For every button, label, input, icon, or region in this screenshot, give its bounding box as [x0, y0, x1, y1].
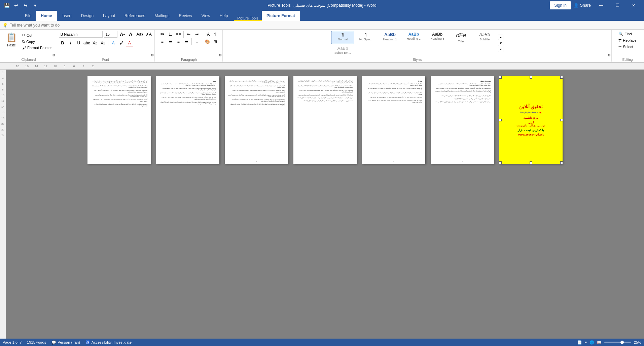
font-size-input[interactable] — [104, 31, 117, 38]
grow-font-button[interactable]: A+ — [119, 31, 126, 38]
clipboard-side-buttons: ✂ Cut ⧉ Copy 🖌 Format Painter — [20, 31, 54, 50]
redo-button[interactable]: ↪ — [22, 1, 30, 9]
page-7-ad[interactable]: تحقیق آنلاین Tahghighonline.ir ◄ مرجع دا… — [499, 76, 563, 164]
style-subtle-em-preview: AaBb — [337, 46, 348, 51]
style-heading1[interactable]: AaBb Heading 1 — [379, 31, 401, 44]
shrink-font-button[interactable]: A- — [128, 31, 135, 38]
tab-file[interactable]: File — [20, 11, 36, 21]
view-outline-icon[interactable]: ≡ — [585, 340, 587, 344]
format-painter-button[interactable]: 🖌 Format Painter — [20, 45, 54, 50]
align-left-button[interactable]: ≡ — [158, 38, 166, 45]
find-button[interactable]: 🔍 Find — [616, 31, 639, 37]
save-button[interactable]: 💾 — [3, 1, 11, 9]
style-subtle-em[interactable]: AaBb Subtle Em... — [331, 45, 354, 56]
show-marks-button[interactable]: ¶ — [212, 31, 219, 38]
tab-review[interactable]: Review — [174, 11, 196, 21]
view-print-icon[interactable]: 📄 — [577, 340, 582, 345]
tab-view[interactable]: View — [197, 11, 215, 21]
close-button[interactable]: ✕ — [626, 0, 641, 11]
style-scroll-down[interactable]: ▼ — [498, 41, 503, 46]
view-web-icon[interactable]: 🌐 — [589, 340, 594, 345]
minimize-button[interactable]: ― — [594, 0, 609, 11]
tab-references[interactable]: References — [120, 11, 150, 21]
underline-button[interactable]: U — [75, 40, 82, 46]
style-heading2[interactable]: AaBb Heading 2 — [402, 31, 425, 44]
page-2[interactable]: مقدمه در این فصل به بررسی انواع سوخت های… — [156, 76, 219, 164]
tab-help[interactable]: Help — [215, 11, 233, 21]
status-accessibility[interactable]: ♿ Accessibility: Investigate — [85, 340, 132, 345]
zoom-slider[interactable] — [604, 342, 631, 343]
style-title[interactable]: dEe Title — [450, 31, 472, 44]
paste-button[interactable]: 📋 Paste — [3, 31, 20, 48]
replace-button[interactable]: ⇄ Replace — [616, 37, 639, 43]
page-5[interactable]: منابع گاز ذخایر گاز طبیعی جهان عمدتاً در… — [362, 76, 425, 164]
align-center-button[interactable]: ☰ — [167, 38, 174, 45]
vertical-ruler: 2 4 6 8 10 12 14 16 18 20 22 24 — [0, 70, 6, 339]
tell-me-input[interactable] — [10, 23, 111, 28]
style-scroll-up[interactable]: ▲ — [498, 35, 503, 40]
cut-button[interactable]: ✂ Cut — [20, 32, 54, 38]
document-area[interactable]: این متن نمونه‌ای از محتوای فارسی است که … — [6, 70, 644, 339]
align-right-button[interactable]: ≡ — [175, 38, 182, 45]
title-bar: 💾 ↩ ↪ ▾ Picture Tools سوخت های فسیلی [Co… — [0, 0, 644, 11]
page-4[interactable]: منابع نفتی جهان عمدتاً در خاورمیانه، روس… — [293, 76, 357, 164]
change-case-button[interactable]: Aa▾ — [136, 31, 144, 38]
line-spacing-button[interactable]: ↕ — [193, 38, 201, 45]
status-bar: Page 1 of 7 1915 words 💬 Persian (Iran) … — [0, 339, 644, 346]
clipboard-launcher[interactable]: ⊟ — [52, 53, 55, 57]
clear-formatting-button[interactable]: ✗A — [145, 31, 152, 38]
bullets-button[interactable]: ≡• — [158, 31, 166, 38]
tab-design[interactable]: Design — [76, 11, 98, 21]
tab-mailings[interactable]: Mailings — [150, 11, 174, 21]
borders-button[interactable]: ⊞ — [212, 38, 219, 45]
view-read-icon[interactable]: 📖 — [597, 340, 602, 345]
decrease-indent-button[interactable]: ⇤ — [185, 31, 192, 38]
page-3[interactable]: در دوران معاصر، بحران انرژی و نگرانی های… — [225, 76, 288, 164]
styles-launcher[interactable]: ⊟ — [608, 53, 611, 57]
text-highlight-button[interactable]: 🖍 — [118, 40, 125, 46]
italic-button[interactable]: I — [67, 40, 74, 46]
paragraph-launcher[interactable]: ⊟ — [219, 53, 222, 57]
bold-button[interactable]: B — [59, 40, 66, 46]
divider — [108, 40, 108, 46]
sign-in-button[interactable]: Sign in — [550, 1, 571, 9]
page-6[interactable]: سوخت های فسیلی زغال سنگ به عنوان اولین س… — [431, 76, 494, 164]
style-normal[interactable]: ¶ Normal — [331, 31, 354, 44]
vruler-18: 18 — [1, 117, 4, 120]
paragraph-top-row: ≡• 1. ≡≡ ⇤ ⇥ ↕A ¶ — [158, 31, 219, 38]
customize-quick-access-button[interactable]: ▾ — [31, 1, 39, 9]
status-language: 💬 Persian (Iran) — [51, 340, 80, 345]
tab-insert[interactable]: Insert — [57, 11, 76, 21]
text-effects-button[interactable]: A — [110, 40, 117, 46]
undo-button[interactable]: ↩ — [12, 1, 20, 9]
page-6-text: سوخت های فسیلی زغال سنگ به عنوان اولین س… — [434, 80, 491, 103]
font-launcher[interactable]: ⊟ — [151, 53, 154, 57]
font-bottom-row: B I U abc X2 X2 A 🖍 A — [59, 40, 152, 46]
restore-button[interactable]: ❒ — [610, 0, 625, 11]
sort-button[interactable]: ↕A — [204, 31, 211, 38]
style-no-spacing[interactable]: ¶ No Spac... — [355, 31, 378, 44]
clipboard-group-label: Clipboard — [21, 58, 36, 62]
select-button[interactable]: ⊹ Select — [616, 44, 639, 49]
share-button[interactable]: 👤 Share — [574, 3, 591, 8]
copy-button[interactable]: ⧉ Copy — [20, 39, 54, 44]
font-name-input[interactable] — [59, 31, 103, 38]
superscript-button[interactable]: X2 — [99, 40, 107, 46]
tab-home[interactable]: Home — [36, 11, 57, 21]
ribbon-content: 📋 Paste ✂ Cut ⧉ Copy 🖌 — [0, 30, 644, 63]
zoom-level: 25% — [634, 340, 641, 344]
justify-button[interactable]: ☰ — [183, 38, 190, 45]
tab-picture-format[interactable]: Picture Format — [262, 11, 300, 21]
increase-indent-button[interactable]: ⇥ — [193, 31, 201, 38]
shading-button[interactable]: 🎨 — [204, 38, 211, 45]
tab-layout[interactable]: Layout — [98, 11, 120, 21]
numbering-button[interactable]: 1. — [167, 31, 174, 38]
page-1[interactable]: این متن نمونه‌ای از محتوای فارسی است که … — [87, 76, 151, 164]
multilevel-list-button[interactable]: ≡≡ — [175, 31, 182, 38]
style-heading3[interactable]: AaBb Heading 3 — [426, 31, 449, 44]
style-subtitle[interactable]: AaBb Subtitle — [473, 31, 496, 44]
style-expand[interactable]: ▾ — [498, 47, 503, 52]
font-color-button[interactable]: A — [126, 40, 133, 46]
strikethrough-button[interactable]: abc — [83, 40, 91, 46]
subscript-button[interactable]: X2 — [91, 40, 99, 46]
